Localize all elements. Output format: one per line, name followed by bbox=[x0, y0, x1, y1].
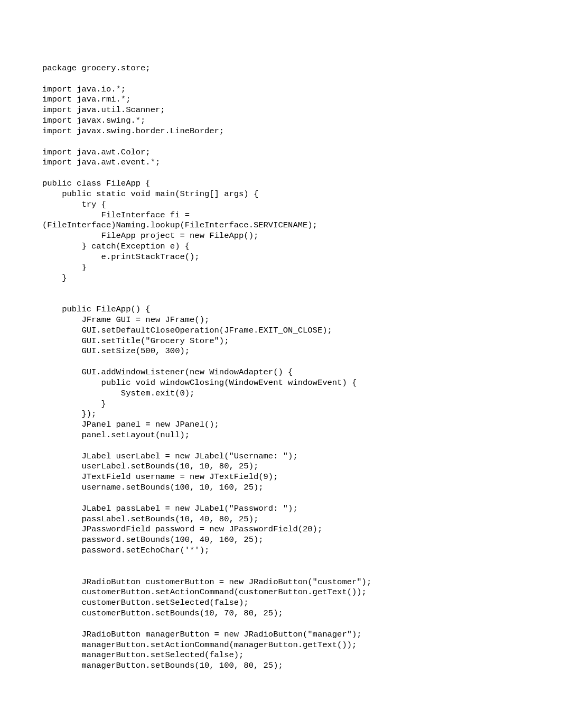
code-block: package grocery.store; import java.io.*;… bbox=[42, 63, 519, 671]
document-page: package grocery.store; import java.io.*;… bbox=[0, 0, 561, 728]
